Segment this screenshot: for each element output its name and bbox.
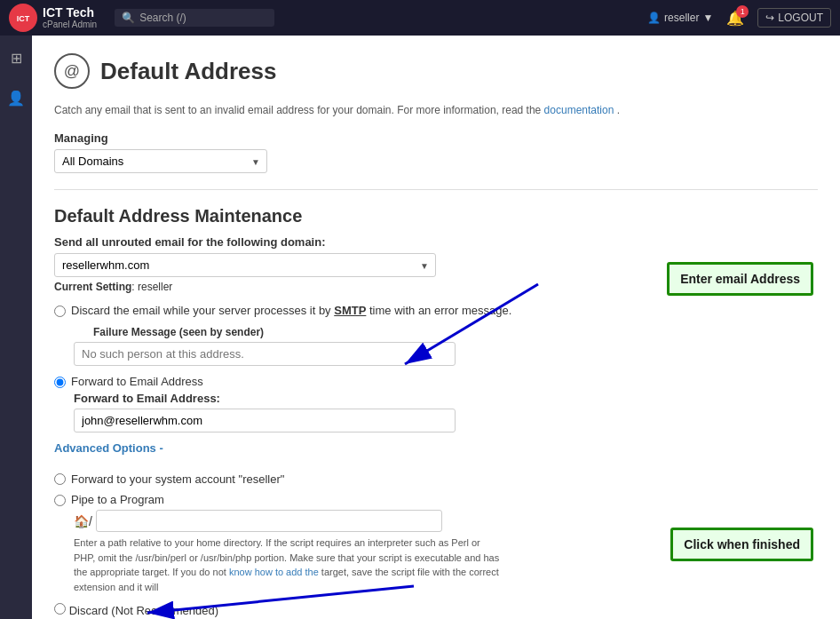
advanced-options-container: Advanced Options - bbox=[54, 441, 818, 464]
discard-label: Discard the email while your server proc… bbox=[71, 304, 511, 317]
smtp-label: SMTP bbox=[334, 304, 366, 317]
discard-label-text: Discard the email while your server proc… bbox=[71, 304, 334, 317]
pipe-option-row: Pipe to a Program bbox=[54, 493, 818, 506]
domain-label: Send all unrouted email for the followin… bbox=[54, 235, 818, 249]
sidebar-user-icon[interactable]: 👤 bbox=[3, 84, 29, 111]
notification-count: 1 bbox=[736, 5, 749, 18]
user-icon: 👤 bbox=[647, 12, 661, 24]
user-menu[interactable]: 👤 reseller ▼ bbox=[647, 12, 713, 24]
system-account-label: Forward to your system account "reseller… bbox=[71, 472, 284, 486]
forward-email-option-row: Forward to Email Address bbox=[54, 375, 818, 388]
svg-text:ICT: ICT bbox=[17, 14, 30, 23]
page-header: @ Default Address bbox=[54, 53, 818, 89]
managing-select-wrapper: All Domains bbox=[54, 149, 267, 173]
top-navigation: ICT ICT Tech cPanel Admin 🔍 Search (/) 👤… bbox=[0, 0, 840, 36]
domain-select-wrapper: resellerwhm.com bbox=[54, 253, 436, 277]
brand-name: ICT Tech bbox=[43, 5, 97, 20]
pipe-link-text: know how to add the bbox=[229, 567, 319, 577]
documentation-link[interactable]: documentation bbox=[544, 104, 614, 116]
pipe-description: Enter a path relative to your home direc… bbox=[74, 536, 500, 594]
click-finished-text: Click when finished bbox=[684, 537, 800, 552]
logo: ICT ICT Tech cPanel Admin bbox=[9, 4, 97, 32]
logout-icon: ↪ bbox=[765, 12, 774, 24]
at-icon: @ bbox=[64, 62, 80, 81]
brand-sub: cPanel Admin bbox=[43, 20, 97, 30]
layout: ⊞ 👤 @ Default Address Catch any email th… bbox=[0, 36, 840, 619]
domain-select[interactable]: resellerwhm.com bbox=[54, 253, 436, 277]
system-account-row: Forward to your system account "reseller… bbox=[54, 472, 818, 486]
desc-post: . bbox=[617, 104, 620, 116]
failure-message-input[interactable] bbox=[74, 342, 456, 366]
page-wrapper: ICT ICT Tech cPanel Admin 🔍 Search (/) 👤… bbox=[0, 0, 840, 619]
managing-section: Managing All Domains bbox=[54, 131, 818, 173]
maintenance-title: Default Address Maintenance bbox=[54, 206, 818, 226]
enter-email-annotation: Enter email Address bbox=[667, 262, 813, 296]
forward-email-input[interactable] bbox=[74, 409, 456, 433]
discard-not-recommended-radio[interactable] bbox=[54, 603, 66, 615]
page-title: Default Address bbox=[100, 58, 276, 85]
forward-email-radio[interactable] bbox=[54, 377, 66, 388]
failure-message-section: Failure Message (seen by sender) bbox=[74, 326, 818, 366]
desc-pre: Catch any email that is sent to an inval… bbox=[54, 104, 544, 116]
logout-label: LOGOUT bbox=[778, 12, 823, 24]
discard-label-rest: time with an error message. bbox=[369, 304, 511, 317]
discard-not-recommended-label: Discard (Not Recommended) bbox=[69, 604, 218, 617]
logout-button[interactable]: ↪ LOGOUT bbox=[757, 8, 831, 28]
user-label: reseller bbox=[664, 12, 699, 24]
search-placeholder: Search (/) bbox=[139, 12, 186, 24]
current-setting-label: Current Setting bbox=[54, 281, 131, 293]
click-finished-annotation: Click when finished bbox=[670, 528, 813, 561]
main-content: @ Default Address Catch any email that i… bbox=[32, 36, 840, 619]
logo-icon: ICT bbox=[9, 4, 37, 32]
topnav-right: 👤 reseller ▼ 🔔 1 ↪ LOGOUT bbox=[647, 8, 831, 28]
discard-option-row: Discard the email while your server proc… bbox=[54, 304, 818, 317]
managing-label: Managing bbox=[54, 131, 818, 145]
sidebar-grid-icon[interactable]: ⊞ bbox=[3, 44, 29, 71]
forward-email-label: Forward to Email Address bbox=[71, 375, 203, 388]
advanced-options-link[interactable]: Advanced Options - bbox=[54, 441, 163, 455]
forward-email-section: Forward to Email Address: bbox=[74, 392, 818, 433]
failure-label: Failure Message (seen by sender) bbox=[93, 326, 818, 338]
discard-radio[interactable] bbox=[54, 306, 66, 317]
user-dropdown-icon: ▼ bbox=[702, 12, 713, 24]
enter-email-text: Enter email Address bbox=[680, 272, 800, 286]
search-bar[interactable]: 🔍 Search (/) bbox=[115, 9, 274, 27]
sidebar: ⊞ 👤 bbox=[0, 36, 32, 619]
page-icon: @ bbox=[54, 53, 90, 89]
pipe-radio[interactable] bbox=[54, 495, 66, 506]
notification-bell[interactable]: 🔔 1 bbox=[726, 10, 744, 27]
section-divider bbox=[54, 189, 818, 190]
current-setting-value: reseller bbox=[138, 281, 172, 293]
managing-select[interactable]: All Domains bbox=[54, 149, 267, 173]
discard-not-recommended-row: Discard (Not Recommended) bbox=[54, 603, 818, 617]
pipe-path-input[interactable] bbox=[96, 510, 442, 532]
pipe-home-icon: 🏠/ bbox=[74, 514, 92, 528]
page-description: Catch any email that is sent to an inval… bbox=[54, 102, 818, 118]
search-icon: 🔍 bbox=[122, 12, 135, 24]
system-account-radio[interactable] bbox=[54, 473, 66, 485]
pipe-label: Pipe to a Program bbox=[71, 493, 164, 506]
forward-sub-label: Forward to Email Address: bbox=[74, 392, 818, 405]
logo-text: ICT Tech cPanel Admin bbox=[43, 5, 97, 31]
